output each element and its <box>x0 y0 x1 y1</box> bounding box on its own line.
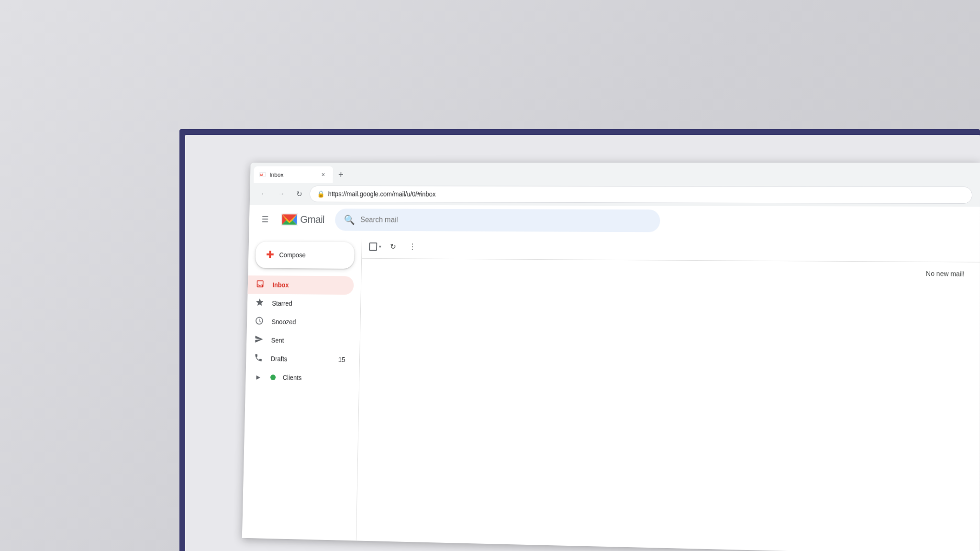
reload-button[interactable]: ↻ <box>292 187 306 201</box>
active-tab[interactable]: M Inbox × <box>254 166 333 183</box>
gmail-m-icon <box>281 213 299 226</box>
address-bar: ← → ↻ 🔒 https://mail.google.com/mail/u/0… <box>250 183 980 207</box>
compose-icon: ✚ <box>266 249 274 261</box>
no-mail-area: No new mail! <box>356 259 980 551</box>
gmail-text: Gmail <box>300 214 324 226</box>
sent-label: Sent <box>271 337 346 345</box>
snoozed-icon <box>254 316 265 327</box>
tab-bar: M Inbox × + <box>250 163 980 184</box>
tab-label: Inbox <box>269 171 315 178</box>
sidebar-item-drafts[interactable]: Drafts 15 <box>246 349 353 369</box>
inbox-label: Inbox <box>272 281 346 289</box>
no-mail-text: No new mail! <box>926 270 965 278</box>
url-input[interactable]: 🔒 https://mail.google.com/mail/u/0/#inbo… <box>310 186 972 204</box>
svg-text:M: M <box>260 173 263 177</box>
tab-favicon: M <box>259 171 266 178</box>
starred-label: Starred <box>272 299 346 308</box>
browser-window: M Inbox × + ← → ↻ 🔒 <box>242 163 980 551</box>
refresh-icon: ↻ <box>390 242 396 251</box>
sidebar-item-sent[interactable]: Sent <box>246 331 353 350</box>
expand-icon: ▶ <box>253 374 263 381</box>
search-input[interactable] <box>360 216 651 225</box>
clients-label: Clients <box>283 374 345 382</box>
more-options-button[interactable]: ⋮ <box>404 238 421 255</box>
sidebar: ✚ Compose Inbox <box>242 234 362 540</box>
refresh-button[interactable]: ↻ <box>385 238 401 255</box>
sidebar-item-clients[interactable]: ▶ Clients <box>245 368 352 388</box>
gmail-logo: Gmail <box>281 213 325 226</box>
inbox-area: ▾ ↻ ⋮ No new mail! <box>356 234 980 551</box>
new-tab-button[interactable]: + <box>334 168 347 181</box>
gmail-header: ☰ Gmail <box>249 205 980 237</box>
inbox-icon <box>255 279 266 290</box>
search-bar[interactable]: 🔍 <box>335 209 660 232</box>
select-checkbox[interactable]: ▾ <box>369 242 381 251</box>
checkbox-chevron-icon: ▾ <box>379 244 381 249</box>
forward-icon: → <box>278 190 285 198</box>
sidebar-item-inbox[interactable]: Inbox <box>247 276 354 295</box>
main-layout: ✚ Compose Inbox <box>242 234 980 551</box>
compose-label: Compose <box>279 251 305 259</box>
forward-button[interactable]: → <box>274 187 289 201</box>
toolbar: ▾ ↻ ⋮ <box>362 234 980 262</box>
back-button[interactable]: ← <box>257 187 271 201</box>
back-icon: ← <box>260 189 267 198</box>
more-icon: ⋮ <box>409 242 416 251</box>
compose-button[interactable]: ✚ Compose <box>255 242 355 269</box>
sidebar-item-snoozed[interactable]: Snoozed <box>247 312 353 332</box>
search-icon: 🔍 <box>344 214 355 225</box>
checkbox-box <box>369 242 377 251</box>
browser-chrome: M Inbox × + ← → ↻ 🔒 <box>250 163 980 207</box>
menu-button[interactable]: ☰ <box>256 210 274 229</box>
label-dot-green <box>270 375 276 380</box>
snoozed-label: Snoozed <box>271 318 346 326</box>
drafts-count: 15 <box>338 356 345 364</box>
reload-icon: ↻ <box>296 189 302 198</box>
sidebar-item-starred[interactable]: Starred <box>247 294 354 313</box>
clients-dot <box>270 375 276 380</box>
drafts-icon <box>253 353 264 364</box>
tab-close-button[interactable]: × <box>319 170 328 179</box>
url-text: https://mail.google.com/mail/u/0/#inbox <box>328 190 964 199</box>
lock-icon: 🔒 <box>317 190 324 198</box>
star-icon <box>254 298 265 309</box>
hamburger-icon: ☰ <box>261 214 268 224</box>
drafts-label: Drafts <box>271 355 331 363</box>
sent-icon <box>254 334 265 346</box>
